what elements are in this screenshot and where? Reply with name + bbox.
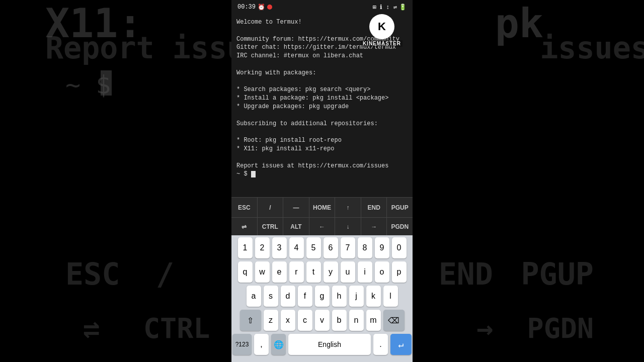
- extra-key-left[interactable]: ←: [309, 218, 336, 235]
- shift-key[interactable]: ⇧: [240, 310, 261, 331]
- key-v[interactable]: v: [315, 310, 330, 331]
- ghost-pgdn-text: PGDN: [527, 312, 594, 344]
- kinemaster-name: KINEMASTER: [361, 40, 403, 47]
- key-8[interactable]: 8: [358, 237, 372, 258]
- search-pkg-line: * Search packages: pkg search <query>: [236, 85, 408, 94]
- extra-key-dash[interactable]: —: [283, 198, 309, 217]
- key-m[interactable]: m: [366, 310, 381, 331]
- status-bar: 00:39 ⏰ ⊞ ℹ ↕ ⇌ 🔋: [231, 0, 413, 14]
- key-e[interactable]: e: [272, 261, 287, 283]
- key-k[interactable]: k: [366, 286, 381, 307]
- ghost-cursor-block: [101, 70, 112, 96]
- status-left: 00:39 ⏰: [237, 4, 272, 11]
- qwerty-row: q w e r t y u i o p: [232, 261, 412, 283]
- terminal-cursor: [251, 171, 256, 177]
- backspace-key[interactable]: ⌫: [383, 310, 405, 331]
- irc-line: IRC channel: #termux on libera.chat: [236, 52, 408, 60]
- ghost-esc-text: ESC: [65, 256, 120, 292]
- prompt-line: ~ $: [236, 170, 408, 178]
- key-r[interactable]: r: [289, 261, 304, 283]
- key-w[interactable]: w: [255, 261, 270, 283]
- key-b[interactable]: b: [332, 310, 347, 331]
- ghost-xll-text: X11:: [45, 0, 142, 47]
- x11-repo-line: * X11: pkg install x11-repo: [236, 145, 408, 153]
- key-t[interactable]: t: [306, 261, 321, 283]
- key-0[interactable]: 0: [392, 237, 407, 258]
- key-l[interactable]: l: [383, 286, 398, 307]
- status-icons: ⊞ ℹ ↕ ⇌: [373, 4, 397, 11]
- extra-key-slash[interactable]: /: [258, 198, 284, 217]
- install-pkg-line: * Install a package: pkg install <packag…: [236, 94, 408, 103]
- extra-key-pgup[interactable]: PGUP: [387, 198, 413, 217]
- ghost-pk-text: pk: [495, 0, 543, 47]
- extra-key-up[interactable]: ↑: [335, 198, 361, 217]
- alarm-icon: ⏰: [258, 4, 265, 11]
- extra-key-tab[interactable]: ⇌: [231, 218, 258, 235]
- key-4[interactable]: 4: [289, 237, 304, 258]
- key-3[interactable]: 3: [272, 237, 287, 258]
- numbers-row: 1 2 3 4 5 6 7 8 9 0: [232, 237, 412, 258]
- extra-key-end[interactable]: END: [361, 198, 387, 217]
- ghost-dollar-text: ~ $: [65, 70, 111, 100]
- working-packages-line: Working with packages:: [236, 69, 408, 77]
- extra-key-esc[interactable]: ESC: [231, 198, 258, 217]
- key-9[interactable]: 9: [375, 237, 389, 258]
- period-key[interactable]: .: [373, 334, 388, 355]
- status-right: ⊞ ℹ ↕ ⇌ 🔋: [373, 4, 407, 11]
- key-q[interactable]: q: [238, 261, 253, 283]
- key-6[interactable]: 6: [324, 237, 338, 258]
- key-1[interactable]: 1: [238, 237, 253, 258]
- key-i[interactable]: i: [358, 261, 372, 283]
- comma-key[interactable]: ,: [254, 334, 269, 355]
- root-repo-line: * Root: pkg install root-repo: [236, 136, 408, 145]
- time-display: 00:39: [237, 4, 256, 11]
- number-switch-key[interactable]: ?123: [232, 334, 252, 355]
- ghost-tab-text: ⇌: [83, 312, 100, 344]
- key-s[interactable]: s: [264, 286, 278, 307]
- subscribing-line: Subscribing to additional repositories:: [236, 120, 408, 128]
- key-u[interactable]: u: [341, 261, 355, 283]
- key-f[interactable]: f: [298, 286, 312, 307]
- key-p[interactable]: p: [392, 261, 407, 283]
- zxcv-row: ⇧ z x c v b n m ⌫: [232, 310, 412, 331]
- extra-key-right[interactable]: →: [361, 218, 387, 235]
- ghost-ctrl-text: CTRL: [143, 312, 210, 344]
- space-key[interactable]: English: [288, 334, 371, 355]
- key-a[interactable]: a: [247, 286, 261, 307]
- key-y[interactable]: y: [324, 261, 338, 283]
- key-d[interactable]: d: [281, 286, 295, 307]
- return-key[interactable]: ↵: [390, 334, 412, 355]
- key-j[interactable]: j: [349, 286, 364, 307]
- key-c[interactable]: c: [298, 310, 312, 331]
- key-n[interactable]: n: [349, 310, 364, 331]
- kinemaster-badge: K KINEMASTER: [361, 14, 403, 47]
- extra-key-home[interactable]: HOME: [309, 198, 336, 217]
- ghost-slash-text: /: [156, 256, 174, 292]
- key-2[interactable]: 2: [255, 237, 270, 258]
- ghost-end-text: END: [439, 256, 493, 292]
- extra-key-pgdn[interactable]: PGDN: [387, 218, 413, 235]
- kinemaster-letter: K: [378, 20, 386, 33]
- key-z[interactable]: z: [264, 310, 278, 331]
- record-dot-icon: [267, 5, 272, 10]
- asdf-row: a s d f g h j k l: [232, 286, 412, 307]
- key-7[interactable]: 7: [341, 237, 355, 258]
- extra-key-alt[interactable]: ALT: [283, 218, 309, 235]
- extra-key-down[interactable]: ↓: [335, 218, 361, 235]
- key-5[interactable]: 5: [306, 237, 321, 258]
- phone-container: 00:39 ⏰ ⊞ ℹ ↕ ⇌ 🔋 K KINEMASTER Welcome t…: [231, 0, 413, 362]
- key-o[interactable]: o: [375, 261, 389, 283]
- globe-key[interactable]: 🌐: [271, 334, 286, 355]
- extra-key-ctrl[interactable]: CTRL: [258, 218, 284, 235]
- kinemaster-circle: K: [369, 14, 394, 39]
- bottom-row: ?123 , 🌐 English . ↵: [232, 334, 412, 355]
- key-x[interactable]: x: [281, 310, 295, 331]
- battery-icon: 🔋: [399, 4, 407, 11]
- key-h[interactable]: h: [332, 286, 347, 307]
- ghost-pgup-text: PGUP: [521, 256, 594, 292]
- key-g[interactable]: g: [315, 286, 330, 307]
- ghost-issues-text: issues: [540, 30, 644, 65]
- extra-keys-row2: ⇌ CTRL ALT ← ↓ → PGDN: [231, 217, 413, 235]
- upgrade-pkg-line: * Upgrade packages: pkg upgrade: [236, 103, 408, 111]
- report-line: Report issues at https://termux.com/issu…: [236, 162, 408, 170]
